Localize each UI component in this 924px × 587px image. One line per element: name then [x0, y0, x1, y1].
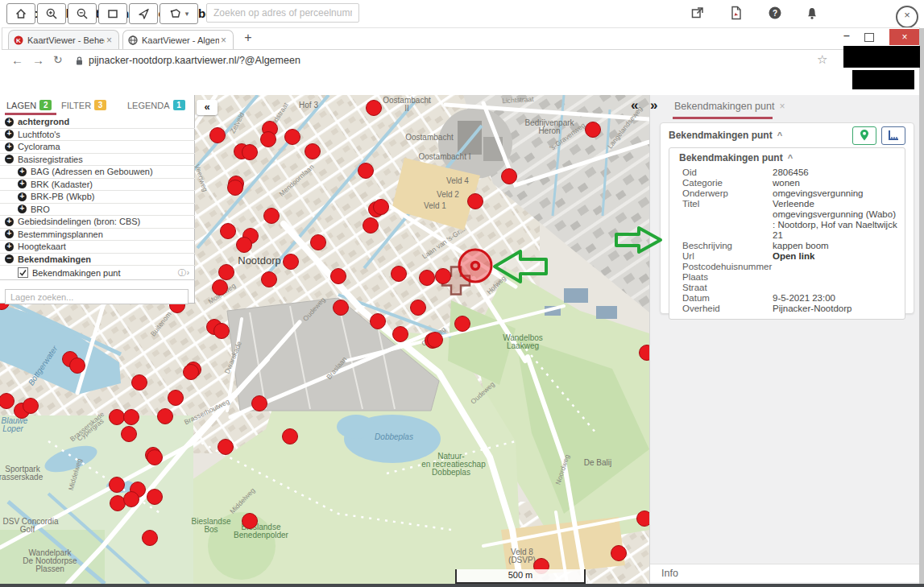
bekendmaking-point[interactable] — [210, 128, 226, 143]
browser-tab-kaartviewer-algemeen[interactable]: KaartViewer - Algemeen × — [122, 30, 234, 49]
bekendmaking-point[interactable] — [110, 496, 126, 511]
bekendmaking-point[interactable] — [611, 546, 627, 561]
bekendmaking-point[interactable] — [502, 169, 517, 184]
tab-close-icon[interactable]: × — [105, 35, 114, 46]
expand-icon[interactable] — [18, 167, 27, 176]
expand-icon[interactable] — [5, 143, 14, 151]
layer-item-bekendmakingen-punt[interactable]: Bekendmakingen punt ⓘ› — [0, 266, 195, 280]
bekendmaking-point[interactable] — [124, 410, 139, 425]
bekendmaking-point[interactable] — [124, 492, 139, 507]
zoom-rectangle-button[interactable] — [98, 3, 127, 24]
bekendmaking-point[interactable] — [218, 440, 234, 455]
bekendmaking-point[interactable] — [228, 180, 243, 196]
layer-group-basisregistraties[interactable]: Basisregistraties — [0, 154, 195, 167]
layer-group-bestemmingsplannen[interactable]: Bestemmingsplannen — [0, 229, 195, 242]
window-close-button[interactable]: × — [889, 29, 920, 45]
selected-point-marker[interactable] — [459, 250, 491, 282]
layer-group-gebiedsindelingen[interactable]: Gebiedsindelingen (bron: CBS) — [0, 216, 195, 229]
expand-icon[interactable] — [18, 180, 27, 188]
bekendmaking-point[interactable] — [158, 409, 173, 424]
bekendmaking-point[interactable] — [428, 333, 443, 348]
reload-icon[interactable]: ↻ — [53, 53, 63, 66]
tab-filter[interactable]: FILTER 3 — [61, 100, 106, 110]
tab-close-icon[interactable]: × — [219, 35, 228, 46]
bekendmaking-point[interactable] — [213, 280, 228, 296]
browser-tab-kaartviewer-beheer[interactable]: K KaartViewer - Beheer × — [8, 30, 119, 49]
bekendmaking-point[interactable] — [468, 194, 483, 209]
layer-group-bag[interactable]: BAG (Adressen en Gebouwen) — [0, 166, 195, 179]
bekendmaking-point[interactable] — [262, 272, 277, 287]
bekendmaking-point[interactable] — [367, 101, 382, 116]
home-button[interactable] — [6, 3, 35, 24]
bekendmaking-point[interactable] — [285, 130, 300, 145]
bekendmaking-point[interactable] — [363, 218, 379, 234]
zoom-out-button[interactable] — [68, 3, 97, 24]
zoom-in-button[interactable] — [37, 3, 66, 24]
sidebar-collapse-button[interactable]: « — [197, 100, 218, 115]
collapse-icon[interactable] — [5, 155, 14, 163]
bekendmaking-point[interactable] — [214, 324, 230, 339]
bekendmaking-point[interactable] — [242, 514, 258, 529]
expand-icon[interactable] — [5, 118, 14, 126]
bekendmaking-point[interactable] — [305, 144, 321, 159]
bekendmaking-point[interactable] — [586, 122, 601, 138]
bekendmaking-point[interactable] — [0, 394, 15, 409]
open-link[interactable]: Open link — [773, 251, 905, 262]
expand-icon[interactable] — [5, 217, 14, 226]
bekendmaking-point[interactable] — [283, 429, 298, 444]
layer-group-brk[interactable]: BRK (Kadaster) — [0, 179, 195, 192]
expand-icon[interactable] — [5, 242, 14, 251]
layer-group-bekendmakingen[interactable]: Bekendmakingen — [0, 254, 195, 267]
layer-group-hoogtekaart[interactable]: Hoogtekaart — [0, 241, 195, 254]
new-tab-button[interactable]: + — [240, 31, 256, 45]
bekendmaking-point[interactable] — [455, 316, 470, 332]
bekendmaking-point[interactable] — [374, 200, 389, 215]
panel-collapse-button[interactable]: » — [650, 97, 657, 114]
panel-tab-close-icon[interactable]: × — [779, 101, 785, 112]
tab-lagen[interactable]: LAGEN 2 — [6, 100, 52, 110]
bekendmaking-point[interactable] — [147, 490, 163, 505]
notifications-button[interactable] — [804, 5, 820, 21]
bekendmaking-point[interactable] — [393, 327, 408, 342]
layer-group-bro[interactable]: BRO — [0, 204, 195, 217]
url-text[interactable]: pijnacker-nootdorp.kaartviewer.nl/?@Alge… — [89, 55, 300, 66]
panel-expand-button[interactable]: « — [631, 97, 638, 114]
layer-options-icon[interactable]: ⓘ› — [178, 267, 190, 279]
bekendmaking-point[interactable] — [237, 238, 252, 253]
bekendmaking-point[interactable] — [420, 271, 435, 286]
back-icon[interactable]: ← — [11, 53, 23, 67]
viewer-close-icon[interactable]: × — [896, 6, 918, 28]
bekendmaking-point[interactable] — [147, 450, 163, 465]
help-button[interactable]: ? — [767, 5, 783, 21]
bookmark-star-icon[interactable]: ☆ — [817, 52, 827, 67]
bekendmaking-point[interactable] — [331, 269, 346, 284]
info-section-header[interactable]: Info — [650, 564, 920, 582]
bekendmaking-point[interactable] — [221, 224, 236, 239]
export-pdf-button[interactable] — [728, 5, 744, 21]
bekendmaking-point[interactable] — [110, 477, 125, 493]
bekendmaking-point[interactable] — [358, 163, 374, 179]
bekendmaking-point[interactable] — [637, 511, 650, 527]
bekendmaking-point[interactable] — [334, 300, 349, 316]
bekendmaking-point[interactable] — [252, 396, 267, 411]
panel-tab-bekendmakingen-punt[interactable]: Bekendmakingen punt× — [674, 101, 785, 112]
bekendmaking-point[interactable] — [122, 427, 137, 442]
forward-icon[interactable]: → — [32, 53, 44, 67]
bekendmaking-point[interactable] — [70, 358, 85, 374]
bekendmaking-point[interactable] — [242, 145, 258, 160]
layer-search-input[interactable] — [5, 289, 189, 304]
bekendmaking-point[interactable] — [23, 399, 39, 414]
layer-group-luchtfotos[interactable]: Luchtfoto's — [0, 129, 195, 142]
bekendmaking-point[interactable] — [371, 314, 386, 329]
window-minimize-button[interactable]: – — [839, 29, 854, 42]
feature-card-header[interactable]: Bekendmakingen punt ^ — [661, 123, 914, 147]
bekendmaking-point[interactable] — [261, 132, 276, 147]
bekendmaking-point[interactable] — [168, 391, 184, 406]
bekendmaking-point[interactable] — [436, 269, 451, 284]
collapse-icon[interactable] — [5, 254, 14, 263]
locate-button[interactable] — [129, 3, 158, 24]
zoom-to-feature-button[interactable] — [852, 126, 876, 145]
bekendmaking-point[interactable] — [143, 531, 158, 546]
expand-icon[interactable] — [18, 205, 27, 213]
bekendmaking-point[interactable] — [219, 265, 234, 280]
